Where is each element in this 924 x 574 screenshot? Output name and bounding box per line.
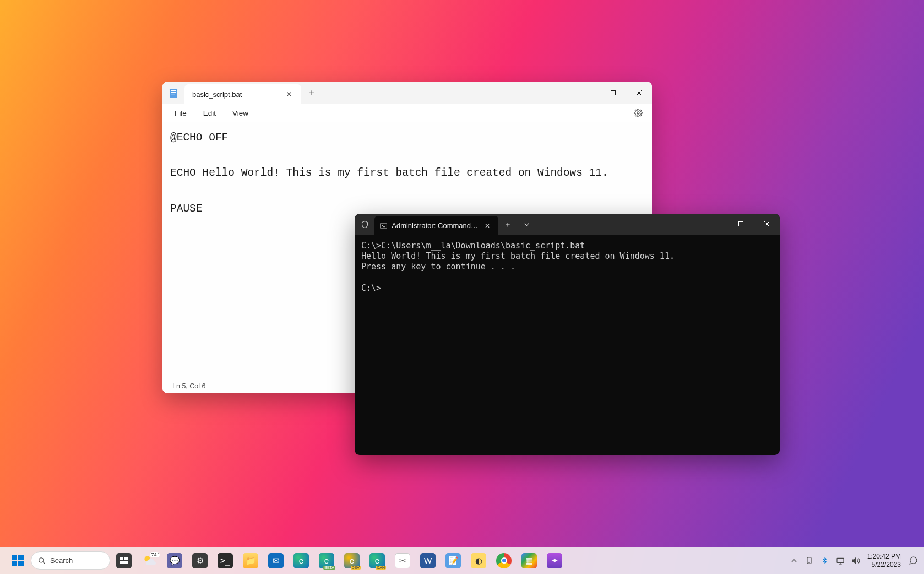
notepad-app-icon [162, 82, 184, 104]
notepad-window-controls [574, 82, 652, 104]
svg-rect-5 [611, 91, 616, 95]
notepad-menu-file[interactable]: File [168, 107, 193, 120]
notepad-minimize-button[interactable] [574, 82, 600, 104]
windows-logo-icon [12, 555, 24, 566]
notepad-tab-close-button[interactable]: ✕ [285, 90, 293, 99]
tray-volume-icon[interactable] [849, 550, 863, 572]
svg-rect-3 [171, 94, 175, 94]
notepad-menu-edit[interactable]: Edit [197, 107, 222, 120]
taskbar-app-generic-3[interactable]: ✦ [543, 549, 566, 572]
taskbar-app-settings[interactable]: ⚙ [188, 549, 211, 572]
notepad-tab[interactable]: basic_script.bat ✕ [184, 84, 301, 104]
notepad-menu-view[interactable]: View [226, 107, 255, 120]
terminal-tab-dropdown-button[interactable] [517, 214, 536, 235]
notepad-maximize-button[interactable] [600, 82, 626, 104]
svg-point-21 [809, 562, 809, 562]
taskbar-app-edge[interactable]: e [290, 549, 313, 572]
admin-shield-icon [355, 214, 374, 235]
taskbar-app-word[interactable]: W [416, 549, 439, 572]
svg-line-15 [43, 561, 45, 564]
terminal-output[interactable]: C:\>C:\Users\m__la\Downloads\basic_scrip… [355, 235, 780, 455]
terminal-tab-title: Administrator: Command Pro [392, 221, 479, 230]
clock-date: 5/22/2023 [867, 561, 901, 569]
taskbar-task-view[interactable] [112, 549, 135, 572]
tray-bluetooth-icon[interactable] [818, 550, 832, 572]
terminal-close-button[interactable] [754, 214, 780, 235]
taskbar-search-box[interactable]: Search [31, 551, 110, 570]
terminal-maximize-button[interactable] [728, 214, 754, 235]
taskbar-weather[interactable]: 74° [138, 549, 161, 572]
taskbar-app-terminal[interactable]: >_ [214, 549, 237, 572]
notepad-new-tab-button[interactable]: ＋ [301, 82, 322, 104]
svg-point-14 [39, 557, 44, 562]
taskbar-app-edge-dev[interactable]: eDEV [340, 549, 363, 572]
tray-overflow-button[interactable] [787, 550, 801, 572]
tray-network-icon[interactable] [833, 550, 847, 572]
taskbar-app-generic-2[interactable]: ▦ [518, 549, 541, 572]
terminal-titlebar[interactable]: Administrator: Command Pro ✕ ＋ [355, 214, 780, 235]
notepad-settings-button[interactable] [630, 105, 646, 121]
svg-rect-17 [124, 557, 128, 560]
taskbar: Search 74° 💬 ⚙ >_ 📁 ✉ e eBETA eDEV eCAN … [0, 547, 924, 574]
svg-rect-16 [120, 557, 123, 560]
svg-point-8 [637, 112, 639, 114]
notepad-menubar: File Edit View [162, 104, 652, 122]
taskbar-search-label: Search [50, 556, 73, 565]
svg-rect-1 [171, 90, 176, 91]
notepad-titlebar[interactable]: basic_script.bat ✕ ＋ [162, 82, 652, 104]
notepad-close-button[interactable] [626, 82, 652, 104]
terminal-new-tab-button[interactable]: ＋ [498, 214, 517, 235]
taskbar-notifications-button[interactable] [905, 550, 921, 572]
taskbar-left-group: Search 74° 💬 ⚙ >_ 📁 ✉ e eBETA eDEV eCAN … [0, 549, 566, 572]
svg-rect-0 [170, 89, 177, 98]
svg-rect-22 [837, 558, 844, 562]
svg-rect-9 [381, 223, 387, 229]
taskbar-app-edge-canary[interactable]: eCAN [366, 549, 389, 572]
taskbar-app-file-explorer[interactable]: 📁 [239, 549, 262, 572]
terminal-tab-close-button[interactable]: ✕ [483, 221, 492, 230]
terminal-icon [380, 222, 387, 230]
taskbar-app-outlook[interactable]: ✉ [264, 549, 287, 572]
terminal-minimize-button[interactable] [702, 214, 728, 235]
weather-temp: 74° [150, 552, 160, 557]
svg-marker-25 [852, 557, 856, 564]
taskbar-app-chat[interactable]: 💬 [163, 549, 186, 572]
notepad-titlebar-drag-area[interactable] [322, 82, 574, 104]
terminal-window-controls [702, 214, 780, 235]
svg-rect-2 [171, 92, 176, 93]
taskbar-app-generic-1[interactable]: ◐ [467, 549, 490, 572]
svg-rect-18 [120, 561, 128, 564]
clock-time: 1:20:42 PM [867, 553, 901, 561]
taskbar-app-edge-beta[interactable]: eBETA [315, 549, 338, 572]
taskbar-system-tray: 1:20:42 PM 5/22/2023 [787, 550, 924, 572]
taskbar-app-chrome[interactable] [492, 549, 515, 572]
svg-rect-11 [739, 222, 743, 226]
taskbar-app-snipping-tool[interactable]: ✂ [391, 549, 414, 572]
terminal-window: Administrator: Command Pro ✕ ＋ C:\>C:\Us… [355, 214, 780, 455]
terminal-titlebar-drag-area[interactable] [536, 214, 702, 235]
taskbar-clock[interactable]: 1:20:42 PM 5/22/2023 [864, 553, 904, 569]
search-icon [38, 557, 46, 565]
taskbar-app-notepad[interactable]: 📝 [442, 549, 465, 572]
terminal-tab[interactable]: Administrator: Command Pro ✕ [374, 216, 498, 235]
notepad-cursor-position: Ln 5, Col 6 [172, 382, 205, 390]
notepad-tab-title: basic_script.bat [192, 90, 242, 99]
tray-onedrive-icon[interactable] [802, 550, 817, 572]
start-button[interactable] [7, 550, 29, 572]
